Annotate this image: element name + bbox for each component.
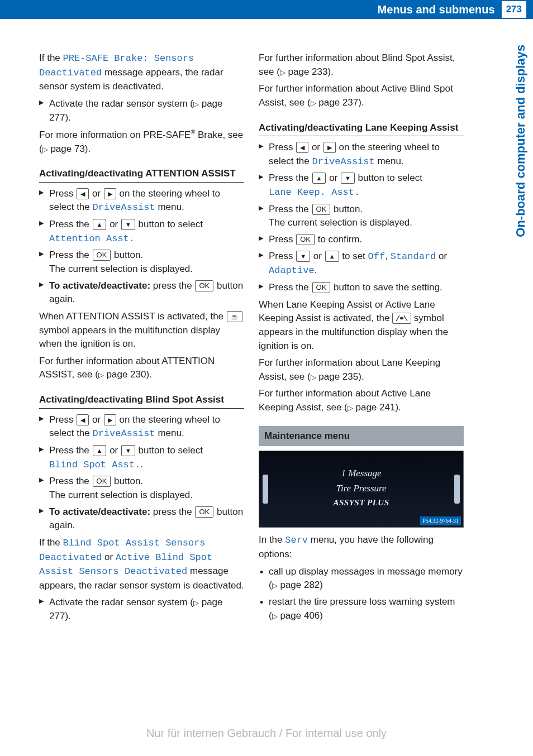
section-tab-label: On-board computer and displays (512, 45, 530, 237)
step: Press ◀ or ▶ on the steering wheel to se… (39, 187, 244, 215)
ok-key-icon: OK (296, 234, 315, 245)
absa-more-info: For further information about Active Bli… (259, 82, 464, 109)
step: To activate/deactivate: press the OK but… (39, 505, 244, 533)
right-arrow-key-icon: ▶ (104, 188, 116, 199)
left-arrow-key-icon: ◀ (77, 414, 89, 425)
page-number: 273 (501, 0, 527, 19)
attention-more-info: For further information about ATTENTION … (39, 355, 244, 382)
up-arrow-key-icon: ▲ (93, 219, 107, 230)
right-arrow-key-icon: ▶ (323, 142, 336, 153)
display-text: DriveAssist (312, 156, 375, 167)
down-arrow-key-icon: ▼ (341, 173, 355, 184)
alka-more-info: For further information about Active Lan… (259, 387, 464, 414)
page-content: If the PRE-SAFE Brake: Sensors Deactivat… (0, 19, 497, 638)
step: Press the OK button to save the setting. (259, 281, 464, 295)
ok-key-icon: OK (195, 280, 213, 291)
watermark-footer: Nur für internen Gebrauch / For internal… (0, 725, 533, 741)
display-text: Blind Spot Asst. (49, 460, 140, 470)
attention-assist-heading: Activating/deactivating ATTENTION ASSIST (39, 167, 244, 183)
display-line-3: ASSYST PLUS (259, 497, 463, 509)
ok-key-icon: OK (93, 250, 111, 261)
down-arrow-key-icon: ▼ (121, 219, 135, 230)
presafe-more-info: For more information on PRE-SAFE® Brake,… (39, 128, 244, 156)
maintenance-menu-heading: Maintenance menu (259, 426, 464, 447)
left-column: If the PRE-SAFE Brake: Sensors Deactivat… (39, 48, 244, 626)
up-arrow-key-icon: ▲ (325, 251, 339, 262)
instrument-display-image: 1 Message Tire Pressure ASSYST PLUS P54.… (259, 451, 464, 528)
header-title: Menus and submenus (378, 2, 501, 18)
step: Press ◀ or ▶ on the steering wheel to se… (259, 141, 464, 169)
section-tab: On-board computer and displays (512, 45, 530, 237)
ref-icon: ▷ (193, 100, 199, 108)
step: Press ▼ or ▲ to set Off, Standard or Ada… (259, 250, 464, 278)
step-activate-radar: Activate the radar sensor system (▷ page… (39, 97, 244, 125)
image-reference-tag: P54.32-9764-31 (420, 516, 461, 526)
display-line-1: 1 Message (259, 467, 463, 481)
ref-icon: ▷ (311, 99, 316, 107)
display-text: Standard (391, 251, 436, 262)
serv-menu-intro: In the Serv menu, you have the following… (259, 533, 464, 561)
ref-icon: ▷ (272, 581, 278, 590)
step: Press the OK button. The current selecti… (259, 203, 464, 230)
display-text: Adaptive (269, 265, 315, 276)
ok-key-icon: OK (312, 204, 331, 215)
svg-point-0 (400, 317, 403, 319)
down-arrow-key-icon: ▼ (296, 251, 310, 262)
display-text: DriveAssist (93, 428, 155, 439)
display-text: Lane Keep. Asst. (269, 187, 360, 198)
presafe-deactivated-note: If the PRE-SAFE Brake: Sensors Deactivat… (39, 51, 244, 94)
ref-icon: ▷ (42, 145, 48, 154)
attention-activated-note: When ATTENTION ASSIST is activated, the … (39, 310, 244, 351)
display-text: Attention Asst. (49, 233, 135, 244)
ref-icon: ▷ (193, 599, 199, 607)
display-line-2: Tire Pressure (259, 482, 463, 496)
page-header: Menus and submenus 273 (0, 0, 533, 19)
step: Press the OK button. The current selecti… (39, 475, 244, 502)
display-text: Off (368, 251, 386, 262)
list-item: restart the tire pressure loss warning s… (259, 595, 464, 623)
ref-icon: ▷ (311, 373, 316, 381)
display-text: Serv (285, 535, 308, 546)
step-activate-radar: Activate the radar sensor system (▷ page… (39, 596, 244, 623)
up-arrow-key-icon: ▲ (93, 445, 107, 456)
step: Press OK to confirm. (259, 233, 464, 247)
ok-key-icon: OK (195, 506, 213, 518)
display-text: DriveAssist (93, 202, 155, 213)
coffee-cup-key-icon: ☕ (227, 311, 242, 322)
left-arrow-key-icon: ◀ (77, 188, 89, 199)
right-arrow-key-icon: ▶ (104, 414, 116, 425)
ok-key-icon: OK (93, 476, 111, 487)
step: To activate/deactivate: press the OK but… (39, 279, 244, 307)
list-item: call up display messages in message memo… (259, 565, 464, 592)
ref-icon: ▷ (348, 404, 353, 412)
step: Press the ▲ or ▼ button to select Attent… (39, 218, 244, 246)
blind-spot-heading: Activating/deactivating Blind Spot Assis… (39, 393, 244, 409)
right-column: For further information about Blind Spot… (259, 48, 464, 626)
up-arrow-key-icon: ▲ (312, 173, 326, 184)
lka-activated-note: When Lane Keeping Assist or Active Lane … (259, 298, 464, 353)
ok-key-icon: OK (312, 282, 331, 293)
step: Press ◀ or ▶ on the steering wheel to se… (39, 413, 244, 441)
lka-more-info: For further information about Lane Keepi… (259, 356, 464, 384)
display-right-indicator (454, 475, 460, 504)
step: Press the ▲ or ▼ button to select Blind … (39, 444, 244, 472)
ref-icon: ▷ (272, 612, 278, 620)
lane-keep-heading: Activating/deactivating Lane Keeping Ass… (259, 121, 464, 137)
down-arrow-key-icon: ▼ (121, 445, 135, 456)
left-arrow-key-icon: ◀ (296, 142, 308, 153)
lane-keep-symbol-icon (392, 313, 411, 324)
ref-icon: ▷ (98, 371, 104, 379)
step: Press the ▲ or ▼ button to select Lane K… (259, 171, 464, 199)
ref-icon: ▷ (280, 68, 285, 76)
bsa-more-info: For further information about Blind Spot… (259, 51, 464, 79)
step: Press the OK button. The current selecti… (39, 248, 244, 276)
bsa-deactivated-note: If the Blind Spot Assist Sensors Deactiv… (39, 536, 244, 593)
display-left-indicator (263, 475, 268, 504)
